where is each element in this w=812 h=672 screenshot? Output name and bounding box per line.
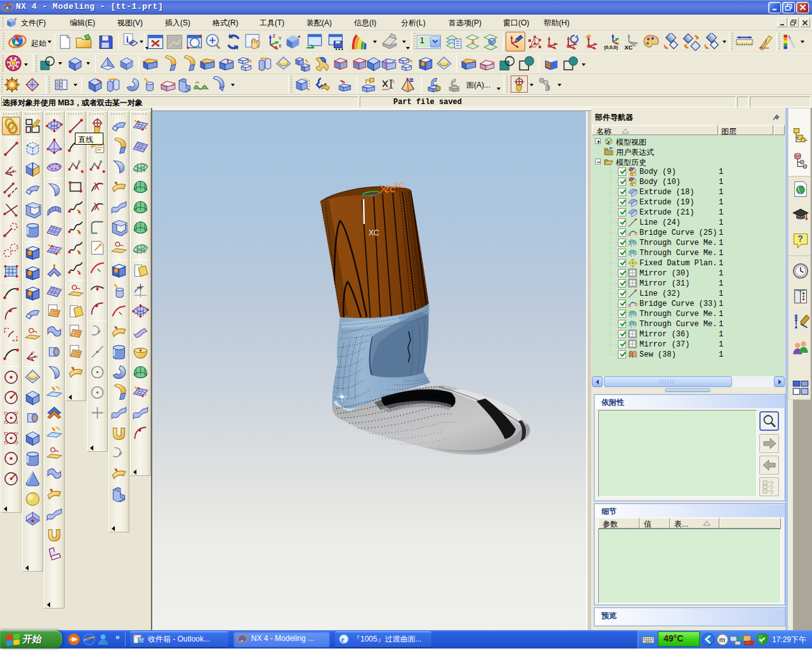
svg-text:XC: XC bbox=[369, 228, 379, 237]
svg-text:XC: XC bbox=[394, 181, 405, 190]
